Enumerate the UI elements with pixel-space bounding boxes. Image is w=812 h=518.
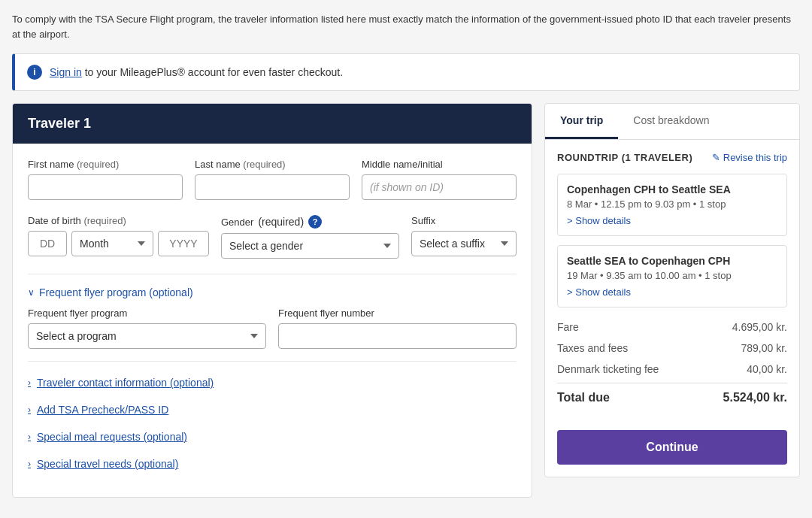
ffp-number-label: Frequent flyer number <box>278 307 517 319</box>
last-name-input[interactable] <box>195 174 350 200</box>
last-name-label: Last name (required) <box>195 159 350 170</box>
first-name-label: First name (required) <box>28 159 183 170</box>
tsa-notice: To comply with the TSA Secure Flight pro… <box>12 12 800 41</box>
info-icon: i <box>27 65 42 80</box>
ffp-chevron-icon: ∨ <box>28 287 35 298</box>
name-row: First name (required) Last name (require… <box>28 159 517 200</box>
travel-needs-section[interactable]: › Special travel needs (optional) <box>28 455 517 473</box>
outbound-route: Copenhagen CPH to Seattle SEA <box>567 183 777 195</box>
fare-value: 4.695,00 kr. <box>732 321 787 333</box>
taxes-row: Taxes and fees 789,00 kr. <box>557 338 787 359</box>
traveler-header: Traveler 1 <box>13 104 532 144</box>
dob-dd-input[interactable] <box>28 231 67 256</box>
suffix-label: Suffix <box>411 215 517 226</box>
contact-info-section[interactable]: › Traveler contact information (optional… <box>28 374 517 392</box>
middle-name-input[interactable] <box>362 174 517 200</box>
signin-link[interactable]: Sign in <box>50 66 82 78</box>
tsa-precheck-section[interactable]: › Add TSA Precheck/PASS ID <box>28 401 517 419</box>
total-row: Total due 5.524,00 kr. <box>557 383 787 409</box>
edit-icon: ✎ <box>712 152 720 163</box>
tsa-label: Add TSA Precheck/PASS ID <box>37 404 168 416</box>
last-name-group: Last name (required) <box>195 159 350 200</box>
trip-content: ROUNDTRIP (1 TRAVELER) ✎ Revise this tri… <box>545 140 799 421</box>
signin-message: to your MileagePlus® account for even fa… <box>85 66 343 78</box>
dob-inputs: Month January February March April May J… <box>28 231 209 256</box>
ffp-program-select[interactable]: Select a program United MileagePlus Othe… <box>28 323 266 349</box>
ffp-program-group: Frequent flyer program Select a program … <box>28 307 266 349</box>
fare-row: Fare 4.695,00 kr. <box>557 317 787 338</box>
tab-cost-breakdown[interactable]: Cost breakdown <box>618 104 724 139</box>
revise-trip-link[interactable]: ✎ Revise this trip <box>712 152 787 163</box>
meal-chevron-icon: › <box>28 432 31 442</box>
pricing-section: Fare 4.695,00 kr. Taxes and fees 789,00 … <box>557 317 787 409</box>
meal-label: Special meal requests (optional) <box>37 431 187 443</box>
trip-tabs: Your trip Cost breakdown <box>545 104 799 140</box>
travel-needs-label: Special travel needs (optional) <box>37 458 178 470</box>
section-divider-2 <box>28 361 517 362</box>
return-flight-card: Seattle SEA to Copenhagen CPH 19 Mar • 9… <box>557 245 787 307</box>
outbound-show-details-link[interactable]: Show details <box>567 215 631 226</box>
roundtrip-label: ROUNDTRIP (1 TRAVELER) <box>557 152 692 163</box>
outbound-flight-card: Copenhagen CPH to Seattle SEA 8 Mar • 12… <box>557 174 787 236</box>
meal-requests-section[interactable]: › Special meal requests (optional) <box>28 428 517 446</box>
dob-gender-suffix-row: Date of birth (required) Month January F… <box>28 215 517 259</box>
trip-header-row: ROUNDTRIP (1 TRAVELER) ✎ Revise this tri… <box>557 152 787 163</box>
dob-yyyy-input[interactable] <box>158 231 209 256</box>
dob-label: Date of birth (required) <box>28 215 209 226</box>
gender-label: Gender <box>221 217 253 228</box>
first-name-input[interactable] <box>28 174 183 200</box>
signin-text: Sign in to your MileagePlus® account for… <box>50 66 343 78</box>
travel-needs-chevron-icon: › <box>28 459 31 469</box>
total-label: Total due <box>557 391 610 404</box>
traveler-form: First name (required) Last name (require… <box>13 144 532 497</box>
return-route: Seattle SEA to Copenhagen CPH <box>567 255 777 267</box>
tsa-chevron-icon: › <box>28 404 31 415</box>
ffp-number-input[interactable] <box>278 323 517 349</box>
signin-banner: i Sign in to your MileagePlus® account f… <box>12 53 800 91</box>
continue-button[interactable]: Continue <box>557 430 787 465</box>
traveler-section: Traveler 1 First name (required) Last <box>12 103 532 498</box>
middle-name-label: Middle name/initial <box>362 159 517 170</box>
gender-group: Gender (required) ? Select a gender Male… <box>221 215 399 259</box>
total-value: 5.524,00 kr. <box>723 391 787 404</box>
middle-name-group: Middle name/initial <box>362 159 517 200</box>
ffp-number-group: Frequent flyer number <box>278 307 517 349</box>
fare-label: Fare <box>557 321 579 333</box>
right-panel: Your trip Cost breakdown ROUNDTRIP (1 TR… <box>544 103 800 477</box>
denmark-label: Denmark ticketing fee <box>557 363 659 375</box>
ffp-toggle[interactable]: ∨ Frequent flyer program (optional) <box>28 286 517 298</box>
denmark-value: 40,00 kr. <box>747 363 787 375</box>
ffp-row: Frequent flyer program Select a program … <box>28 307 517 349</box>
first-name-group: First name (required) <box>28 159 183 200</box>
gender-label-row: Gender (required) ? <box>221 215 399 229</box>
ffp-program-label: Frequent flyer program <box>28 307 266 319</box>
gender-help-icon[interactable]: ? <box>308 215 322 229</box>
return-show-details-link[interactable]: Show details <box>567 286 631 298</box>
taxes-value: 789,00 kr. <box>741 342 788 354</box>
denmark-fee-row: Denmark ticketing fee 40,00 kr. <box>557 359 787 380</box>
gender-select[interactable]: Select a gender Male Female Unspecified <box>221 233 399 259</box>
tab-your-trip[interactable]: Your trip <box>545 104 618 139</box>
dob-group: Date of birth (required) Month January F… <box>28 215 209 256</box>
revise-label: Revise this trip <box>723 152 787 163</box>
contact-info-label: Traveler contact information (optional) <box>37 377 214 389</box>
taxes-label: Taxes and fees <box>557 342 628 354</box>
contact-chevron-icon: › <box>28 377 31 388</box>
ffp-toggle-label: Frequent flyer program (optional) <box>39 286 193 298</box>
return-details: 19 Mar • 9.35 am to 10.00 am • 1 stop <box>567 270 777 281</box>
month-select[interactable]: Month January February March April May J… <box>71 231 153 256</box>
outbound-details: 8 Mar • 12.15 pm to 9.03 pm • 1 stop <box>567 198 777 210</box>
left-panel: Traveler 1 First name (required) Last <box>12 103 532 498</box>
trip-summary: Your trip Cost breakdown ROUNDTRIP (1 TR… <box>544 103 800 477</box>
form-divider <box>28 274 517 274</box>
gender-required: (required) <box>258 216 304 228</box>
suffix-select[interactable]: Select a suffix Jr. Sr. II III IV <box>411 231 517 256</box>
ffp-section: ∨ Frequent flyer program (optional) Freq… <box>28 286 517 349</box>
suffix-group: Suffix Select a suffix Jr. Sr. II III IV <box>411 215 517 256</box>
